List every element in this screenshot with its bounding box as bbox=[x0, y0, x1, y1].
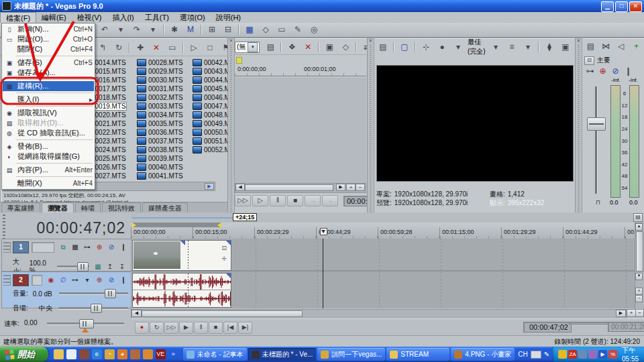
menu-tools[interactable]: 工具(T) bbox=[140, 12, 174, 23]
zoom-in-track-icon[interactable]: + bbox=[635, 288, 643, 295]
file-item[interactable]: 00052.MTS bbox=[193, 145, 227, 154]
file-menu-exit[interactable]: 離開(X) Alt+F4 bbox=[3, 178, 94, 188]
rate-slider[interactable] bbox=[47, 322, 124, 325]
preview-toolbar-icon[interactable] bbox=[393, 42, 394, 52]
browser-toolbar-icon[interactable] bbox=[182, 43, 184, 53]
zoom-tool[interactable]: ◎ bbox=[307, 23, 321, 36]
track-grip[interactable] bbox=[3, 275, 11, 286]
preview-quality-label[interactable]: 最佳 (完全) bbox=[468, 38, 486, 56]
file-menu-close[interactable]: 關閉(C) Ctrl+F4 bbox=[3, 44, 94, 54]
menu-options[interactable]: 選項(O) bbox=[174, 12, 211, 23]
scroll-left-icon[interactable]: ◀ bbox=[131, 310, 142, 317]
trimmer-ruler[interactable]: 0:00:00;00 00:00:01;00 bbox=[235, 64, 366, 76]
file-item[interactable]: 00030.MTS bbox=[137, 76, 183, 84]
pen-input-icon[interactable]: ✎ bbox=[544, 351, 549, 358]
delete-button[interactable]: ✕ bbox=[149, 42, 164, 54]
panel-close-icon[interactable]: ✕ bbox=[369, 38, 373, 44]
start-button[interactable]: 開始 bbox=[0, 347, 48, 362]
level-dropdown-icon[interactable]: ▾ bbox=[81, 275, 93, 286]
track1-name-input[interactable] bbox=[32, 242, 54, 253]
redo-dropdown[interactable]: ▾ bbox=[146, 23, 160, 36]
lock-icon[interactable]: ⊓ bbox=[596, 199, 600, 206]
language-indicator[interactable]: CH bbox=[518, 351, 527, 358]
timeline-scroll-thumb[interactable] bbox=[142, 310, 303, 317]
menu-edit[interactable]: 編輯(E) bbox=[36, 12, 72, 23]
file-item[interactable]: 00044.MTS bbox=[193, 76, 227, 84]
auto-ripple-toggle[interactable]: M bbox=[183, 23, 198, 36]
file-item[interactable]: 00046.MTS bbox=[193, 93, 227, 102]
downmix-button[interactable]: ⋈ bbox=[599, 40, 613, 53]
zonealarm-tray-icon[interactable]: ZA bbox=[568, 350, 577, 359]
next-frame-button[interactable]: → bbox=[322, 195, 338, 206]
master-bus-icon[interactable]: ⊡ bbox=[584, 56, 594, 65]
preview-dock-handle[interactable]: ✕ bbox=[368, 38, 374, 213]
undo-dropdown[interactable]: ▾ bbox=[113, 23, 128, 36]
record-button[interactable]: ● bbox=[135, 322, 149, 334]
task-stream-folder[interactable]: STREAM bbox=[386, 348, 449, 361]
master-solo-icon[interactable]: ❙ bbox=[623, 65, 634, 78]
redo-button[interactable]: ↷ bbox=[129, 23, 144, 36]
master-fader-handle[interactable] bbox=[587, 117, 606, 131]
marker-tool-icon[interactable]: ▤ bbox=[633, 213, 643, 222]
trimmer-stop-button[interactable]: ■ bbox=[287, 195, 303, 206]
trimmer-toolbar-icon[interactable] bbox=[318, 42, 319, 52]
selection-tool[interactable]: ▭ bbox=[274, 23, 289, 36]
parent-compose-icon[interactable]: ▦ bbox=[92, 261, 104, 272]
display-tray-icon[interactable] bbox=[588, 350, 597, 359]
vegas-quicklaunch-icon[interactable]: VE bbox=[156, 349, 166, 359]
rate-value[interactable]: 0.00 bbox=[24, 319, 37, 326]
timeline-hscrollbar[interactable]: ◀ ▶ bbox=[131, 309, 627, 319]
panel-close-icon[interactable]: ✕ bbox=[577, 38, 581, 44]
file-item[interactable]: 00034.MTS bbox=[137, 111, 183, 119]
track1-number[interactable]: 1 bbox=[13, 241, 29, 253]
track-fx-icon[interactable]: ⊕ bbox=[93, 275, 105, 286]
undo-button[interactable]: ↶ bbox=[97, 23, 112, 36]
task-browser[interactable]: 請問一下vegas... bbox=[317, 348, 385, 361]
track-solo-icon[interactable]: ❙ bbox=[117, 242, 129, 253]
file-item[interactable]: 00031.MTS bbox=[137, 84, 183, 93]
tab-explorer[interactable]: 瀏覽器 bbox=[42, 202, 74, 213]
file-menu-save[interactable]: ▣ 儲存(S) Ctrl+S bbox=[3, 58, 94, 68]
file-menu-open[interactable]: ▭ 開啟(O)... Ctrl+O bbox=[3, 34, 94, 44]
file-item[interactable]: 00032.MTS bbox=[137, 93, 183, 102]
browser-toolbar-icon[interactable] bbox=[129, 43, 130, 53]
file-item[interactable]: 00051.MTS bbox=[193, 137, 227, 145]
track-fx-icon[interactable]: ⊕ bbox=[93, 242, 105, 253]
outlook-quicklaunch-icon[interactable] bbox=[143, 349, 153, 359]
audio-event[interactable] bbox=[132, 273, 231, 308]
track2-number[interactable]: 2 bbox=[13, 274, 29, 286]
trimmer-dock-handle[interactable]: ✕ bbox=[228, 38, 235, 213]
firefox-quicklaunch-icon[interactable]: ◕ bbox=[117, 349, 127, 359]
lock-envelopes-toggle[interactable]: ⊞ bbox=[205, 23, 219, 36]
external-monitor-button[interactable]: ▢ bbox=[397, 41, 412, 54]
maximize-button[interactable]: □ bbox=[615, 1, 628, 12]
ie-quicklaunch-icon[interactable]: e bbox=[92, 349, 102, 359]
file-item[interactable]: 00043.MTS bbox=[193, 67, 227, 76]
bypass-motion-blur-icon[interactable]: ⧉ bbox=[57, 242, 69, 253]
invert-phase-icon[interactable]: ∅ bbox=[57, 275, 69, 286]
combo-dropdown-icon[interactable]: ▾ bbox=[248, 42, 258, 52]
file-item[interactable]: 00045.MTS bbox=[193, 84, 227, 93]
trimmer-play-all-button[interactable]: ▷▷ bbox=[235, 195, 251, 206]
shield-tray-icon[interactable] bbox=[558, 350, 567, 359]
tab-transitions[interactable]: 轉場 bbox=[75, 202, 101, 213]
trimmer-history-button[interactable]: ▤ bbox=[263, 41, 278, 54]
zoom-out-icon[interactable]: − bbox=[356, 184, 365, 191]
pencil-tool[interactable]: ✎ bbox=[290, 23, 305, 36]
track2-name-input[interactable] bbox=[32, 275, 42, 286]
new-folder-button[interactable]: ✚ bbox=[133, 42, 148, 54]
track-level-icon[interactable]: ⊶ bbox=[69, 275, 81, 286]
cursor-time-display[interactable]: 00:00:47;02 bbox=[523, 322, 572, 333]
tab-video-fx[interactable]: 視訊特效 bbox=[102, 202, 141, 213]
copy-snapshot-button[interactable]: ⧫ bbox=[542, 41, 557, 54]
trimmer-marker-icon[interactable] bbox=[236, 57, 242, 64]
loop-region-bar[interactable] bbox=[132, 223, 221, 227]
vu-meter-right[interactable] bbox=[629, 85, 639, 198]
track-solo-icon[interactable]: ❙ bbox=[117, 275, 129, 286]
file-item[interactable]: 00028.MTS bbox=[137, 58, 183, 67]
clock[interactable]: 下午 05:55 bbox=[622, 346, 640, 362]
cpu-tray-icon[interactable]: % bbox=[608, 350, 617, 359]
deinterlace-button[interactable]: ⊹ bbox=[419, 41, 433, 54]
document-quicklaunch-icon[interactable] bbox=[66, 349, 76, 359]
video-event[interactable]: ⊡ ✛ bbox=[132, 240, 231, 271]
